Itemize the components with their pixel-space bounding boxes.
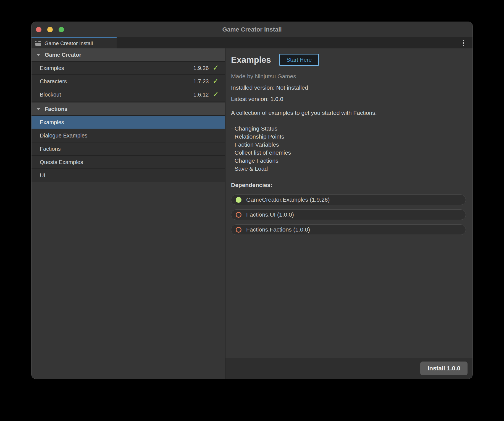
sidebar-item-examples[interactable]: Examples bbox=[32, 116, 225, 129]
chevron-down-icon bbox=[36, 108, 40, 110]
dependency-name: GameCreator.Examples (1.9.26) bbox=[246, 196, 330, 203]
module-sidebar: Game CreatorExamples1.9.26✓Characters1.7… bbox=[32, 48, 225, 379]
installed-check-icon: ✓ bbox=[212, 77, 219, 85]
dependency-pill-factions-ui: Factions.UI (1.0.0) bbox=[231, 209, 466, 220]
chevron-down-icon bbox=[36, 54, 40, 56]
item-version: 1.6.12 bbox=[193, 92, 209, 98]
sidebar-item-ui[interactable]: UI bbox=[32, 169, 225, 182]
feature-line: - Collect list of enemies bbox=[231, 149, 466, 157]
sidebar-item-quests-examples[interactable]: Quests Examples bbox=[32, 156, 225, 169]
dependencies-label: Dependencies: bbox=[231, 182, 466, 188]
tab-game-creator-install[interactable]: Game Creator Install bbox=[32, 37, 117, 48]
section-label: Factions bbox=[45, 106, 67, 112]
kebab-dot bbox=[463, 40, 464, 41]
feature-line: - Change Factions bbox=[231, 157, 466, 165]
feature-list: - Changing Status- Relationship Points- … bbox=[231, 124, 466, 173]
dependency-installed-icon bbox=[236, 197, 242, 203]
sidebar-item-characters[interactable]: Characters1.7.23✓ bbox=[32, 75, 225, 88]
dependency-name: Factions.UI (1.0.0) bbox=[246, 211, 294, 218]
item-label: Characters bbox=[40, 78, 193, 85]
dependency-pill-factions-factions: Factions.Factions (1.0.0) bbox=[231, 224, 466, 235]
installed-check-icon: ✓ bbox=[212, 64, 219, 72]
made-by-text: Made by Ninjutsu Games bbox=[231, 73, 466, 80]
window-titlebar[interactable]: Game Creator Install bbox=[32, 22, 473, 37]
sidebar-item-factions[interactable]: Factions bbox=[32, 142, 225, 156]
window-title: Game Creator Install bbox=[32, 26, 473, 33]
detail-panel: Examples Start Here Made by Ninjutsu Gam… bbox=[225, 48, 473, 358]
section-header-factions[interactable]: Factions bbox=[32, 103, 225, 116]
desktop-background: Game Creator Install Game Creator Instal… bbox=[0, 0, 504, 421]
item-label: Quests Examples bbox=[40, 159, 219, 165]
install-button[interactable]: Install 1.0.0 bbox=[420, 362, 468, 375]
installed-version-text: Installed version: Not installed bbox=[231, 84, 466, 91]
item-label: Examples bbox=[40, 119, 219, 126]
section-label: Game Creator bbox=[45, 52, 81, 58]
feature-line: - Faction Variables bbox=[231, 141, 466, 149]
package-description: A collection of examples to get you star… bbox=[231, 110, 466, 116]
item-label: Dialogue Examples bbox=[40, 132, 219, 139]
bottom-bar: Install 1.0.0 bbox=[225, 358, 473, 379]
kebab-dot bbox=[463, 42, 464, 44]
sidebar-item-examples[interactable]: Examples1.9.26✓ bbox=[32, 62, 225, 75]
window-tab-icon bbox=[35, 41, 41, 46]
dependency-list: GameCreator.Examples (1.9.26)Factions.UI… bbox=[231, 194, 466, 235]
dependency-missing-icon bbox=[236, 212, 242, 218]
item-label: Factions bbox=[40, 146, 219, 152]
section-header-game-creator[interactable]: Game Creator bbox=[32, 48, 225, 62]
item-label: Examples bbox=[40, 65, 193, 71]
latest-version-text: Latest version: 1.0.0 bbox=[231, 96, 466, 102]
tab-menu-button[interactable] bbox=[459, 37, 468, 48]
sidebar-item-dialogue-examples[interactable]: Dialogue Examples bbox=[32, 129, 225, 142]
package-title: Examples bbox=[231, 55, 271, 65]
item-label: Blockout bbox=[40, 92, 193, 98]
detail-header-row: Examples Start Here bbox=[231, 54, 466, 66]
kebab-dot bbox=[463, 45, 464, 46]
detail-column: Examples Start Here Made by Ninjutsu Gam… bbox=[225, 48, 473, 379]
feature-line: - Save & Load bbox=[231, 165, 466, 173]
item-version: 1.9.26 bbox=[193, 65, 209, 71]
feature-line: - Relationship Points bbox=[231, 132, 466, 141]
tab-bar: Game Creator Install bbox=[32, 37, 473, 48]
item-version: 1.7.23 bbox=[193, 78, 209, 85]
dependency-pill-gamecreator-examples: GameCreator.Examples (1.9.26) bbox=[231, 194, 466, 205]
window-content: Game CreatorExamples1.9.26✓Characters1.7… bbox=[32, 48, 473, 379]
dependency-name: Factions.Factions (1.0.0) bbox=[246, 226, 310, 233]
start-here-button[interactable]: Start Here bbox=[279, 54, 319, 66]
feature-line: - Changing Status bbox=[231, 124, 466, 132]
dependency-missing-icon bbox=[236, 227, 242, 233]
item-label: UI bbox=[40, 172, 219, 179]
tab-label: Game Creator Install bbox=[44, 40, 93, 46]
sidebar-item-blockout[interactable]: Blockout1.6.12✓ bbox=[32, 88, 225, 102]
game-creator-install-window: Game Creator Install Game Creator Instal… bbox=[31, 22, 473, 379]
installed-check-icon: ✓ bbox=[212, 91, 219, 98]
